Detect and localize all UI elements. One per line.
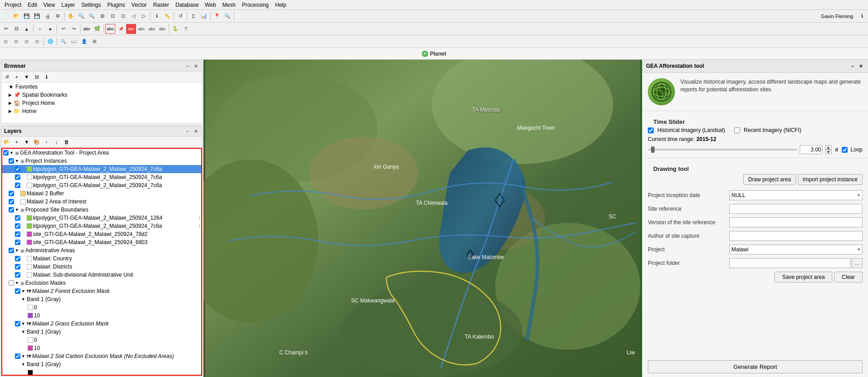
menu-plugins[interactable]: Plugins [104,1,127,9]
layer-kt3-checkbox[interactable] [15,183,20,188]
tb-sum[interactable]: Σ [189,11,198,21]
tb-edit2[interactable]: ✏ [1,24,11,34]
layer-gea-checkbox[interactable] [3,150,9,156]
tb-redo[interactable]: ↪ [69,24,79,34]
tb-pan[interactable]: ✋ [66,11,76,21]
layer-subdiv[interactable]: Malawi: Sub-divisional Administrative Un… [2,271,201,279]
layer-aoi-checkbox[interactable] [9,199,14,204]
layer-excl-group[interactable]: ▼ ▣ Exclusion Masks [2,279,201,287]
layer-aoi[interactable]: Malawi 2 Area of Interest [2,198,201,206]
layer-site1[interactable]: site_GTI-GEA-Malawi_2_Malawi_250924_78d2 [2,230,201,238]
tb-label5[interactable]: abc [147,24,157,34]
layer-project-instances[interactable]: ▼ ▣ Project Instances [2,157,201,165]
layer-psb2-cb[interactable] [15,223,20,229]
browser-favorites[interactable]: ★ Favorites [1,83,202,91]
layer-kt2-checkbox[interactable] [15,174,20,180]
tb-atlas[interactable]: 📖 [69,37,79,47]
layers-tb-style[interactable]: 🎨 [32,137,41,146]
layer-kt3[interactable]: ktpolygon_GTI-GEA-Malawi_2_Malawi_250924… [2,181,201,189]
tb-zoom-select[interactable]: ⊡ [118,11,128,21]
browser-home[interactable]: ▶ 📁 Home [1,107,202,115]
tb-vertex[interactable]: ● [45,24,55,34]
browser-tb-add[interactable]: + [12,72,21,81]
layer-kt2[interactable]: ktpolygon_GTI-GEA-Malawi_2_Malawi_250924… [2,173,201,181]
tb-save[interactable]: 💾 [22,11,32,21]
tb-undo[interactable]: ↩ [58,24,68,34]
tb-person[interactable]: 👤 [79,37,89,47]
ts-pause-icon[interactable]: ⏸ [834,147,839,152]
layer-grass-cb[interactable] [15,321,20,326]
layer-forest-val0[interactable]: 0 [2,303,201,311]
browser-tb-info[interactable]: ℹ [42,72,51,81]
menu-settings[interactable]: Settings [79,1,104,9]
recent-imagery-checkbox[interactable] [734,127,740,133]
tb-script[interactable]: ? [181,24,191,34]
tb-zoom-back[interactable]: ◁ [128,11,138,21]
layer-psb1-cb[interactable] [15,215,20,221]
menu-vector[interactable]: Vector [129,1,150,9]
tb-measure[interactable]: 📏 [162,11,172,21]
tb-label[interactable]: abc [82,24,92,34]
inception-date-select[interactable]: NULL [729,190,863,200]
layers-minimize-btn[interactable]: − [184,127,191,135]
layer-site2[interactable]: site_GTI-GEA-Malawi_2_Malawi_250924_6803 [2,238,201,246]
layer-soil-val-black[interactable] [2,368,201,376]
layer-kt1-checkbox[interactable] [15,166,20,172]
tb-python[interactable]: 🐍 [170,24,180,34]
tb-snake[interactable]: 🌿 [92,24,102,34]
tb-refresh[interactable]: ↺ [175,11,185,21]
layer-subdiv-cb[interactable] [15,272,20,278]
browser-tb-filter[interactable]: ▼ [22,72,31,81]
layer-districts-cb[interactable] [15,264,20,269]
layer-grass-mask[interactable]: ▼ 🗺 Malawi 2 Grass Exclusion Mask [2,320,201,328]
tb-properties[interactable]: ⚙ [53,11,63,21]
tb-info[interactable]: ℹ [857,11,867,21]
tb-label6[interactable]: abc [157,24,167,34]
layers-tb-remove[interactable]: 🗑 [62,137,71,146]
layer-forest-mask[interactable]: ▼ 🗺 Malawi 2 Forest Exclusion Mask [2,287,201,295]
layer-kt1[interactable]: ktpolygon_GTI-GEA-Malawi_2_Malawi_250924… [2,165,201,173]
tb-zoom2[interactable]: 🔍 [58,37,68,47]
ts-spin-up[interactable]: ▲ [825,145,831,150]
layer-site2-cb[interactable] [15,240,20,245]
tb-search[interactable]: 🔍 [222,11,232,21]
tb-stats[interactable]: 📊 [199,11,209,21]
layer-psb-checkbox[interactable] [9,207,14,212]
tb-zoom-full[interactable]: ⊞ [97,11,107,21]
tb-digitize[interactable]: ▲ [22,24,32,34]
save-project-area-btn[interactable]: Save project area [774,272,832,283]
layer-psb1[interactable]: ktpolygon_GTI-GEA-Malawi_2_Malawi_250924… [2,214,201,222]
tb-crs-icon[interactable]: 🌐 [45,37,55,47]
layer-grass-band[interactable]: ▼ Band 1 (Gray) [2,328,201,336]
browser-minimize-btn[interactable]: − [184,62,191,70]
ts-loop-checkbox[interactable] [842,147,848,153]
tb-layers2[interactable]: ⊞ [90,37,99,47]
layers-tb-up[interactable]: ↑ [42,137,51,146]
menu-edit[interactable]: Edit [25,1,40,9]
author-site-capture-input[interactable] [729,231,863,241]
layer-soil-cb[interactable] [15,353,20,359]
import-project-instance-btn[interactable]: Import project instance [798,174,863,185]
project-select[interactable]: Malawi [729,245,863,254]
layer-gea-group[interactable]: ▼ ▣ GEA Aforestration Tool - Project Are… [2,149,201,157]
tb-new-project[interactable]: 📄 [1,11,11,21]
tb-zoom-fwd[interactable]: ▷ [139,11,149,21]
browser-project-home[interactable]: ▶ 🏠 Project Home [1,99,202,107]
browser-tb-refresh[interactable]: ↺ [2,72,11,81]
layer-soil-band[interactable]: ▼ Band 1 (Gray) [2,360,201,368]
layers-tb-filter[interactable]: ▼ [22,137,31,146]
ts-value-input[interactable]: 3.00 [800,145,822,154]
layer-districts[interactable]: Malawi: Districts [2,263,201,271]
gea-tool-close-btn[interactable]: ✕ [857,62,864,70]
layer-excl-cb[interactable] [9,280,14,286]
layer-admin-group[interactable]: ▼ ▣ Administrative Areas [2,246,201,254]
menu-view[interactable]: View [41,1,58,9]
tb-node[interactable]: ○ [35,24,45,34]
tb-zoom-out[interactable]: 🔍 [87,11,97,21]
ts-slider-thumb[interactable] [651,146,655,153]
tb-snap3[interactable]: ⊡ [22,37,32,47]
menu-web[interactable]: Web [202,1,218,9]
ts-spin-down[interactable]: ▼ [825,150,831,154]
version-site-ref-input[interactable] [729,217,863,227]
layer-forest-band[interactable]: ▼ Band 1 (Gray) [2,295,201,303]
